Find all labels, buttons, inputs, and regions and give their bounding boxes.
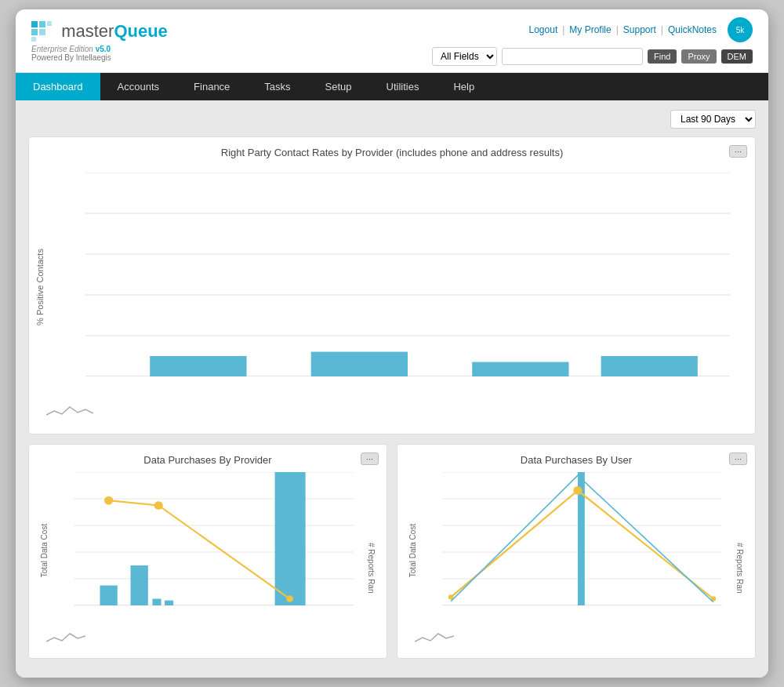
top-links: Logout | My Profile | Support | QuickNot…	[529, 24, 717, 35]
dem-button[interactable]: DEM	[721, 49, 753, 64]
search-input[interactable]	[502, 48, 643, 65]
big-chart-title: Right Party Contact Rates by Provider (i…	[38, 147, 746, 158]
svg-rect-19	[311, 352, 408, 376]
provider-chart-title: Data Purchases By Provider	[38, 454, 377, 466]
svg-point-67	[573, 486, 582, 495]
big-chart-svg: 100 80 60 40 20 0 Clear2.0	[85, 173, 730, 376]
svg-point-47	[154, 501, 163, 510]
logo-area: masterQueue Enterprise Edition v5.0 Powe…	[31, 21, 168, 62]
nav-utilities[interactable]: Utilities	[369, 73, 437, 100]
provider-chart-svg: 8,000 6,000 4,000 2,000 0 600,000 400,00…	[74, 472, 354, 605]
user-right-y-label: # Reports Ran	[735, 543, 744, 593]
user-chart-title: Data Purchases By User	[407, 454, 746, 466]
big-chart-menu-button[interactable]: ···	[729, 145, 747, 158]
svg-rect-43	[152, 599, 161, 606]
user-chart-panel: ··· Data Purchases By User Total Data Co…	[397, 444, 756, 659]
big-chart-sparkline	[38, 400, 746, 424]
nav-dashboard[interactable]: Dashboard	[16, 73, 100, 100]
chat-icon[interactable]: 5k	[728, 17, 753, 42]
user-sparkline	[407, 629, 746, 649]
svg-rect-1	[39, 21, 45, 27]
header: masterQueue Enterprise Edition v5.0 Powe…	[16, 9, 768, 73]
content-area: Last 90 Days Last 30 Days Last 7 Days ··…	[16, 100, 768, 678]
search-row: All Fields Find Proxy DEM	[432, 47, 753, 66]
svg-rect-45	[275, 472, 306, 605]
big-chart-y-label: % Positive Contacts	[35, 249, 45, 325]
svg-rect-5	[31, 37, 36, 42]
app-container: masterQueue Enterprise Edition v5.0 Powe…	[16, 9, 768, 678]
nav-tasks[interactable]: Tasks	[247, 73, 307, 100]
nav-bar: Dashboard Accounts Finance Tasks Setup U…	[16, 73, 768, 100]
svg-rect-0	[31, 21, 38, 27]
provider-chart-menu-button[interactable]: ···	[361, 453, 379, 465]
svg-rect-2	[31, 29, 38, 35]
svg-rect-41	[100, 586, 117, 606]
user-chart-menu-button[interactable]: ···	[729, 453, 747, 465]
my-profile-link[interactable]: My Profile	[569, 24, 611, 35]
svg-rect-42	[131, 565, 148, 605]
svg-rect-3	[39, 29, 45, 35]
support-link[interactable]: Support	[623, 24, 656, 35]
bottom-charts: ··· Data Purchases By Provider Total Dat…	[28, 444, 756, 668]
nav-help[interactable]: Help	[436, 73, 492, 100]
svg-point-48	[286, 595, 293, 602]
svg-point-46	[104, 496, 113, 505]
header-right: Logout | My Profile | Support | QuickNot…	[432, 17, 753, 66]
proxy-button[interactable]: Proxy	[681, 49, 716, 64]
nav-setup[interactable]: Setup	[308, 73, 369, 100]
field-select[interactable]: All Fields	[432, 47, 497, 66]
provider-left-y-label: Total Data Cost	[40, 524, 49, 577]
logout-link[interactable]: Logout	[529, 24, 558, 35]
date-filter-select[interactable]: Last 90 Days Last 30 Days Last 7 Days	[670, 110, 756, 129]
svg-rect-18	[150, 356, 246, 376]
quick-notes-link[interactable]: QuickNotes	[668, 24, 717, 35]
nav-accounts[interactable]: Accounts	[100, 73, 176, 100]
logo-subtitle: Enterprise Edition v5.0 Powered By Intel…	[31, 45, 168, 62]
provider-right-y-label: # Reports Ran	[367, 543, 376, 593]
user-left-y-label: Total Data Cost	[408, 524, 417, 577]
provider-chart-panel: ··· Data Purchases By Provider Total Dat…	[28, 444, 387, 659]
logo-text: masterQueue	[31, 21, 168, 43]
svg-rect-21	[601, 356, 698, 376]
svg-rect-4	[47, 21, 52, 26]
svg-rect-44	[165, 601, 173, 605]
big-chart-panel: ··· Right Party Contact Rates by Provide…	[28, 136, 756, 434]
svg-rect-20	[472, 362, 568, 376]
logo-icon	[31, 21, 53, 43]
find-button[interactable]: Find	[648, 49, 677, 64]
filter-row: Last 90 Days Last 30 Days Last 7 Days	[28, 110, 756, 129]
user-chart-svg: 8,000 6,000 4,000 2,000 0 600,000 400,00…	[442, 472, 722, 605]
provider-sparkline	[38, 629, 377, 649]
nav-finance[interactable]: Finance	[176, 73, 247, 100]
